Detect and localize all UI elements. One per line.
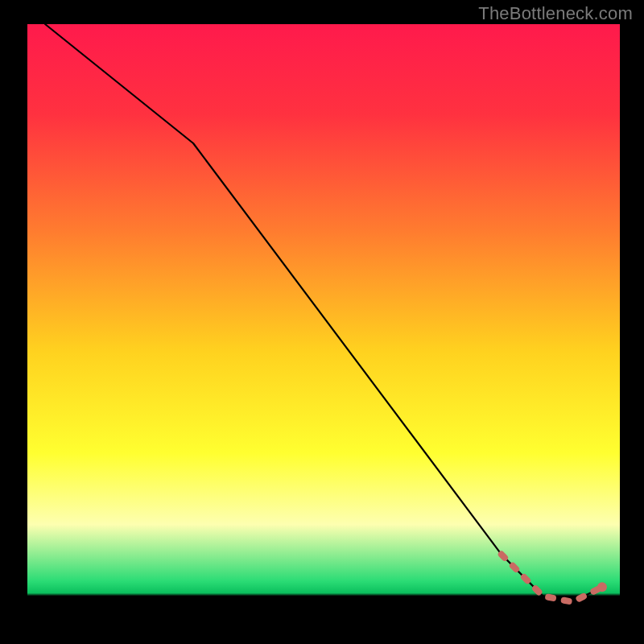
chart-container: TheBottleneck.com [0, 0, 644, 644]
end-point-marker [597, 582, 607, 592]
bottleneck-chart [0, 0, 644, 644]
watermark-label: TheBottleneck.com [478, 3, 633, 24]
plot-background [27, 24, 620, 620]
